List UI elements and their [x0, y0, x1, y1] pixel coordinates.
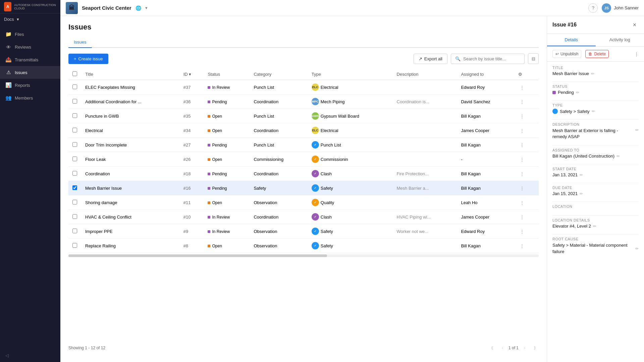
detail-body: Title Mesh Barrier Issue ✏ Status Pendin… — [547, 62, 644, 362]
row-more-button[interactable]: ⋮ — [518, 242, 526, 250]
filter-button[interactable]: ⊟ — [528, 53, 539, 64]
type-label: Punch List — [321, 142, 341, 147]
type-label: Safety — [321, 229, 333, 234]
table-row[interactable]: Electrical #34 Open Coordination ELC Ele… — [68, 123, 539, 138]
last-page-button[interactable]: ⟫ — [531, 344, 539, 352]
sidebar-item-files[interactable]: 📁 Files — [0, 28, 60, 41]
row-checkbox[interactable] — [72, 142, 77, 147]
trash-icon: 🗑 — [588, 52, 592, 56]
sidebar-item-reports[interactable]: 📊 Reports — [0, 79, 60, 92]
settings-icon[interactable]: ⚙ — [518, 72, 522, 77]
tab-activity-log[interactable]: Activity log — [596, 34, 644, 46]
col-settings[interactable]: ⚙ — [514, 69, 539, 80]
more-actions-button[interactable]: ⋮ — [634, 52, 639, 57]
location-details-edit-icon[interactable]: ✏ — [593, 224, 596, 229]
sidebar-item-reviews[interactable]: 👁 Reviews — [0, 41, 60, 53]
type-icon: ✓ — [312, 213, 319, 221]
row-more-button[interactable]: ⋮ — [518, 170, 526, 178]
project-chevron-icon[interactable]: ▾ — [145, 5, 148, 10]
row-more-button[interactable]: ⋮ — [518, 112, 526, 120]
row-checkbox[interactable] — [72, 171, 77, 176]
unpublish-button[interactable]: ↩ Unpublish — [552, 50, 581, 58]
assigned-field-label: Assigned to — [552, 148, 639, 152]
title-edit-icon[interactable]: ✏ — [591, 71, 594, 76]
row-more-button[interactable]: ⋮ — [518, 198, 526, 206]
row-assigned: Bill Kagan — [457, 239, 514, 253]
status-text: Pending — [212, 100, 227, 104]
table-row[interactable]: Puncture in GWB #35 Open Punch List GWB … — [68, 109, 539, 123]
table-row[interactable]: ELEC Faceplates Missing #37 In Review Pu… — [68, 80, 539, 95]
row-checkbox[interactable] — [72, 128, 77, 132]
assigned-field-value: Bill Kagan (United Construction) ✏ — [552, 154, 639, 159]
table-row[interactable]: Door Trim Incomplete #27 Pending Punch L… — [68, 138, 539, 152]
tab-issues[interactable]: Issues — [68, 37, 92, 48]
row-checkbox[interactable] — [72, 214, 77, 219]
delete-button[interactable]: 🗑 Delete — [585, 50, 609, 58]
type-edit-icon[interactable]: ✏ — [592, 109, 595, 114]
type-icon: ✓ — [312, 156, 319, 163]
prev-page-button[interactable]: ‹ — [498, 344, 506, 352]
row-more-button[interactable]: ⋮ — [518, 213, 526, 221]
row-checkbox[interactable] — [72, 185, 77, 190]
row-checkbox[interactable] — [72, 113, 77, 118]
close-button[interactable]: × — [631, 21, 639, 29]
type-icon: ELC — [312, 83, 319, 91]
row-more-button[interactable]: ⋮ — [518, 126, 526, 134]
table-row[interactable]: Mesh Barrier Issue #16 Pending Safety ✓ … — [68, 181, 539, 195]
table-row[interactable]: Replace Railing #8 Open Observation ✓ Sa… — [68, 239, 539, 253]
row-more-button[interactable]: ⋮ — [518, 184, 526, 192]
row-assigned: James Cooper — [457, 123, 514, 138]
type-field-value: Safety > Safety ✏ — [552, 109, 639, 114]
table-row[interactable]: Improper PPE #9 In Review Observation ✓ … — [68, 224, 539, 239]
sidebar-item-issues[interactable]: ⚠ Issues — [0, 66, 60, 79]
row-more-button[interactable]: ⋮ — [518, 98, 526, 106]
search-box[interactable]: 🔍 — [451, 54, 525, 64]
row-checkbox[interactable] — [72, 200, 77, 204]
help-button[interactable]: ? — [588, 3, 598, 13]
search-input[interactable] — [463, 56, 520, 61]
sidebar-item-members[interactable]: 👥 Members — [0, 92, 60, 104]
root-cause-edit-icon[interactable]: ✏ — [635, 246, 639, 251]
status-text: Open — [212, 200, 222, 205]
row-checkbox[interactable] — [72, 157, 77, 161]
horizontal-scrollbar[interactable] — [68, 254, 539, 257]
status-dot — [208, 86, 210, 89]
sidebar-item-transmittals[interactable]: 📤 Transmittals — [0, 53, 60, 66]
row-more-button[interactable]: ⋮ — [518, 83, 526, 91]
status-edit-icon[interactable]: ✏ — [576, 90, 579, 95]
row-type: ✓ Safety — [308, 181, 393, 195]
next-page-button[interactable]: › — [521, 344, 529, 352]
row-category: Observation — [250, 224, 307, 239]
due-date-value: Jan 15, 2021 ✏ — [552, 191, 639, 196]
first-page-button[interactable]: ⟪ — [488, 344, 496, 352]
row-description — [393, 239, 457, 253]
table-row[interactable]: Additional Coordination for ... #36 Pend… — [68, 95, 539, 109]
type-icon: ✓ — [312, 242, 319, 249]
row-checkbox[interactable] — [72, 243, 77, 248]
docs-menu[interactable]: Docs ▾ — [0, 13, 60, 25]
select-all-checkbox[interactable] — [72, 71, 77, 76]
row-more-button[interactable]: ⋮ — [518, 155, 526, 163]
row-checkbox[interactable] — [72, 84, 77, 89]
export-button[interactable]: ↗ Export all — [414, 54, 447, 64]
col-id[interactable]: ID ▾ — [179, 69, 204, 80]
due-date-edit-icon[interactable]: ✏ — [580, 191, 583, 196]
table-row[interactable]: Shoring damage #11 Open Observation ✓ Qu… — [68, 195, 539, 210]
row-checkbox[interactable] — [72, 229, 77, 233]
table-row[interactable]: HVAC & Ceiling Conflict #10 In Review Co… — [68, 210, 539, 224]
create-issue-button[interactable]: + Create issue — [68, 54, 108, 64]
description-edit-icon[interactable]: ✏ — [635, 128, 639, 132]
row-more-button[interactable]: ⋮ — [518, 141, 526, 149]
user-menu[interactable]: JS John Sanner — [602, 3, 639, 13]
status-color-indicator — [552, 91, 556, 94]
sidebar-collapse-button[interactable]: ◁ — [0, 349, 60, 362]
assigned-edit-icon[interactable]: ✏ — [616, 154, 620, 159]
tab-details[interactable]: Details — [547, 34, 596, 46]
row-checkbox[interactable] — [72, 99, 77, 104]
table-row[interactable]: Floor Leak #26 Open Commissioning ✓ Comm… — [68, 152, 539, 167]
row-id: #9 — [179, 224, 204, 239]
issues-panel: Issues Issues + Create issue ↗ Export al… — [60, 16, 547, 362]
row-more-button[interactable]: ⋮ — [518, 227, 526, 235]
table-row[interactable]: Coordination #18 Pending Coordination ✓ … — [68, 167, 539, 181]
start-date-edit-icon[interactable]: ✏ — [580, 173, 583, 177]
